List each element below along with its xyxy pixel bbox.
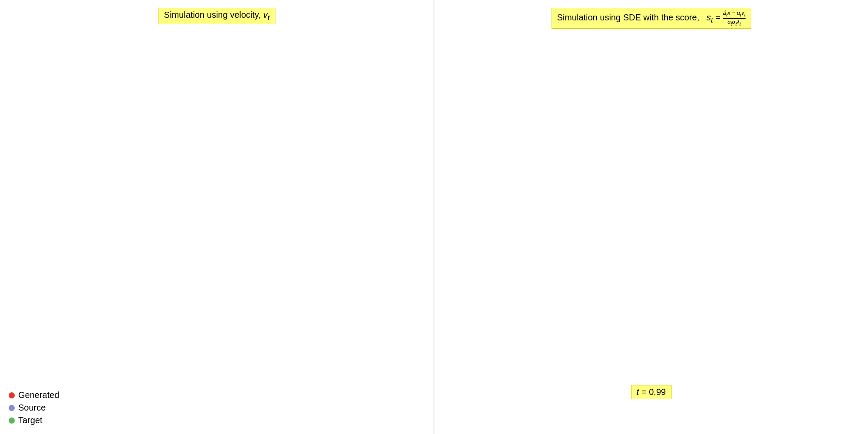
legend-label-generated: Generated [18, 390, 59, 400]
right-panel-title: Simulation using SDE with the score, st … [551, 8, 751, 29]
left-scatter-plot [0, 0, 434, 434]
t-value-label: t = 0.99 [631, 385, 671, 399]
left-panel-title: Simulation using velocity, vt [158, 8, 275, 24]
legend-label-source: Source [18, 403, 46, 413]
legend-item-source: Source [9, 403, 59, 413]
left-panel: Simulation using velocity, vt Generated … [0, 0, 434, 434]
legend-dot-generated [9, 392, 15, 398]
legend-item-generated: Generated [9, 390, 59, 400]
legend-label-target: Target [18, 415, 43, 425]
main-container: Simulation using velocity, vt Generated … [0, 0, 868, 434]
legend: Generated Source Target [9, 390, 59, 425]
legend-dot-source [9, 405, 15, 411]
right-panel: Simulation using SDE with the score, st … [434, 0, 868, 434]
legend-item-target: Target [9, 415, 59, 425]
legend-dot-target [9, 418, 15, 424]
right-scatter-plot [434, 0, 868, 434]
